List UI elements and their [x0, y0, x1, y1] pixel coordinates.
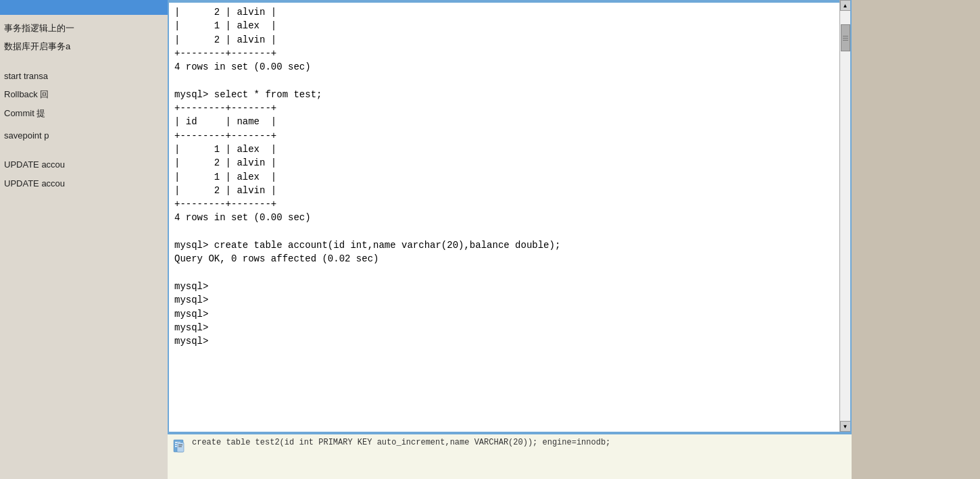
bottom-code-area: create table test2(id int PRIMARY KEY au…: [168, 433, 852, 479]
scrollbar-up-arrow[interactable]: ▲: [840, 0, 851, 11]
sidebar: 事务指逻辑上的一 数据库开启事务a start transa Rollback …: [0, 0, 168, 479]
scrollbar-thumb-line: [843, 36, 848, 36]
sidebar-item-rollback: Rollback 回: [4, 86, 164, 102]
scrollbar-thumb-line: [843, 40, 848, 41]
sidebar-text-block: 事务指逻辑上的一 数据库开启事务a start transa Rollback …: [4, 20, 164, 191]
sidebar-item-start-transaction: start transa: [4, 68, 164, 84]
sidebar-item-commit: Commit 提: [4, 105, 164, 121]
right-panel: [852, 0, 980, 479]
scrollbar-thumb[interactable]: [841, 24, 850, 51]
terminal-content[interactable]: | 2 | alvin | | 1 | alex | | 2 | alvin |…: [169, 3, 850, 432]
sidebar-item-db-open-transaction: 数据库开启事务a: [4, 39, 164, 54]
sidebar-item-update1: UPDATE accou: [4, 157, 164, 172]
terminal-window: | 2 | alvin | | 1 | alex | | 2 | alvin |…: [168, 0, 852, 433]
sidebar-top-bar: [0, 0, 168, 15]
scrollbar-down-arrow[interactable]: ▼: [840, 421, 851, 432]
scrollbar-thumb-area: [841, 11, 850, 421]
scrollbar-thumb-line: [843, 38, 848, 39]
svg-rect-5: [178, 445, 182, 445]
svg-rect-6: [178, 447, 182, 447]
scrollbar-thumb-lines: [843, 36, 848, 41]
document-icon: [172, 438, 188, 455]
svg-rect-4: [177, 443, 184, 452]
scrollbar-track[interactable]: ▲ ▼: [839, 0, 850, 432]
main-area: | 2 | alvin | | 1 | alex | | 2 | alvin |…: [168, 0, 852, 479]
sidebar-item-update2: UPDATE accou: [4, 176, 164, 191]
sidebar-item-transaction-logic: 事务指逻辑上的一: [4, 20, 164, 36]
bottom-code-text: create table test2(id int PRIMARY KEY au…: [192, 437, 610, 449]
sidebar-item-savepoint: savepoint p: [4, 128, 164, 143]
sidebar-content: 事务指逻辑上的一 数据库开启事务a start transa Rollback …: [0, 15, 168, 479]
